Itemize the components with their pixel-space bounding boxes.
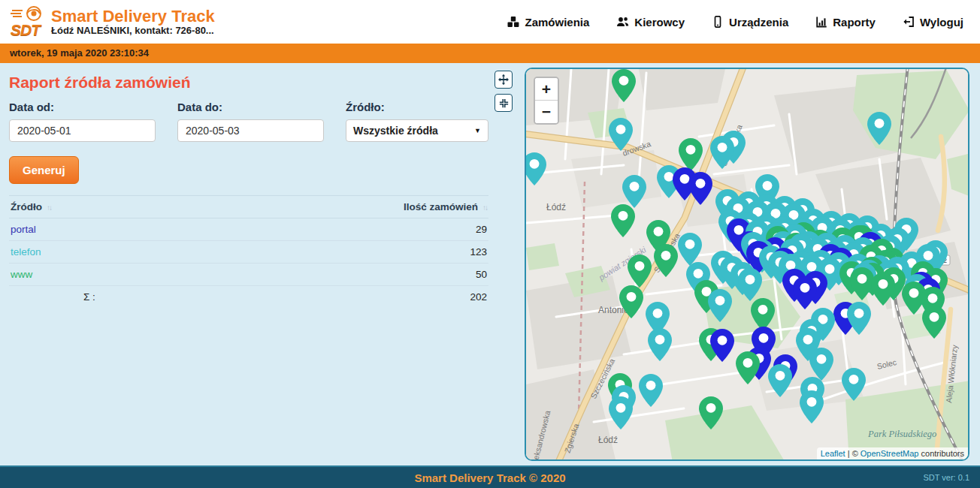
- order-count: 123: [170, 241, 488, 264]
- col-header-source[interactable]: Źródło↑↓: [9, 196, 170, 218]
- source-select[interactable]: Wszystkie źródła ▼: [346, 119, 488, 142]
- table-row: telefon123: [9, 241, 488, 264]
- nav-item-kierowcy[interactable]: Kierowcy: [616, 16, 685, 29]
- map-marker-portal[interactable]: [792, 276, 818, 310]
- footer-copyright: Smart Delivery Track © 2020: [0, 467, 980, 488]
- sum-row: Σ : 202: [9, 286, 488, 309]
- map-marker-portal[interactable]: [688, 171, 713, 206]
- source-link-telefon[interactable]: telefon: [11, 246, 41, 258]
- table-row: www50: [9, 264, 488, 286]
- generate-button[interactable]: Generuj: [9, 156, 79, 184]
- date-to-label: Data do:: [177, 101, 324, 113]
- brand: SDT Smart Delivery Track Łódź NALEŚNIKI,…: [11, 5, 215, 39]
- zoom-control: + −: [534, 77, 559, 125]
- map-marker-telefon[interactable]: [867, 111, 892, 146]
- map-marker-telefon[interactable]: [709, 135, 735, 170]
- osm-link[interactable]: OpenStreetMap: [861, 449, 919, 458]
- map-marker-telefon[interactable]: [767, 363, 793, 398]
- sort-icon: ↑↓: [482, 203, 487, 212]
- map-marker-telefon[interactable]: [846, 301, 872, 336]
- map-marker-telefon[interactable]: [638, 373, 664, 408]
- nav-item-urzadzenia[interactable]: Urządzenia: [712, 16, 788, 29]
- order-count: 29: [170, 218, 488, 241]
- chevron-down-icon: ▼: [474, 127, 481, 134]
- nav-item-label: Kierowcy: [634, 16, 685, 29]
- source-link-www[interactable]: www: [11, 269, 32, 280]
- map-marker-portal[interactable]: [709, 328, 735, 363]
- brand-subtitle: Łódź NALEŚNIKI, kontakt: 726-80...: [51, 26, 215, 37]
- chart-icon: [815, 16, 827, 28]
- map-marker-telefon[interactable]: [799, 390, 824, 424]
- footer: Smart Delivery Track © 2020 SDT ver: 0.1: [0, 465, 980, 488]
- sum-value: 202: [170, 286, 488, 309]
- nav-item-label: Wyloguj: [920, 16, 963, 29]
- map-marker-telefon[interactable]: [525, 152, 547, 186]
- map-marker-www[interactable]: [611, 68, 637, 103]
- map-marker-www[interactable]: [921, 305, 947, 339]
- map-marker-telefon[interactable]: [647, 327, 673, 362]
- table-row: portal29: [9, 218, 488, 241]
- datetime-bar: wtorek, 19 maja 2020 23:10:34: [0, 44, 980, 63]
- date-from-input[interactable]: [9, 119, 156, 142]
- marker-layer: [526, 69, 968, 459]
- expand-map-button[interactable]: [495, 71, 513, 89]
- map-marker-telefon[interactable]: [707, 288, 733, 323]
- map-marker-www[interactable]: [735, 351, 761, 385]
- main-nav: ZamówieniaKierowcyUrządzeniaRaportyWylog…: [507, 16, 969, 29]
- map-marker-www[interactable]: [870, 272, 896, 306]
- map-marker-telefon[interactable]: [608, 117, 634, 152]
- date-to-input[interactable]: [177, 119, 324, 142]
- footer-version: SDT ver: 0.1: [923, 467, 969, 488]
- map-marker-www[interactable]: [627, 254, 652, 288]
- source-link-portal[interactable]: portal: [11, 224, 36, 235]
- map-marker-www[interactable]: [610, 203, 636, 238]
- nav-item-label: Raporty: [833, 16, 876, 29]
- top-bar: SDT Smart Delivery Track Łódź NALEŚNIKI,…: [0, 0, 980, 44]
- sort-icon: ↑↓: [47, 203, 51, 212]
- brand-logo: SDT: [11, 5, 47, 39]
- sum-label: Σ :: [9, 286, 170, 309]
- map-marker-www[interactable]: [653, 243, 679, 278]
- leaflet-link[interactable]: Leaflet: [821, 449, 845, 458]
- nav-item-zamowienia[interactable]: Zamówienia: [507, 16, 589, 29]
- zoom-in-button[interactable]: +: [535, 78, 558, 101]
- source-label: Źródło:: [346, 101, 488, 113]
- nav-item-wyloguj[interactable]: Wyloguj: [903, 16, 963, 29]
- order-count: 50: [170, 264, 488, 286]
- cubes-icon: [507, 16, 519, 28]
- compress-map-button[interactable]: [495, 94, 513, 112]
- col-header-count[interactable]: Ilość zamówień↑↓: [170, 196, 488, 218]
- move-arrows-icon: [498, 74, 510, 86]
- map-marker-telefon[interactable]: [841, 367, 867, 402]
- zoom-out-button[interactable]: −: [535, 101, 558, 123]
- logo-text: SDT: [11, 21, 40, 39]
- map-marker-www[interactable]: [619, 285, 644, 319]
- map-attribution: Leaflet | © OpenStreetMap contributors: [817, 447, 968, 459]
- report-panel: Raport źródła zamówień Data od: Data do:…: [9, 68, 488, 308]
- map-panel[interactable]: 72 ŁódźAntoniewŁódźdrowskaSzczecińskaSzc…: [525, 68, 969, 461]
- users-icon: [616, 16, 629, 28]
- mobile-icon: [712, 16, 724, 28]
- brand-title: Smart Delivery Track: [51, 7, 215, 26]
- sources-table: Źródło↑↓ Ilość zamówień↑↓ portal29telefo…: [9, 195, 488, 308]
- source-select-value: Wszystkie źródła: [353, 125, 438, 137]
- nav-item-label: Urządzenia: [729, 16, 788, 29]
- nav-item-label: Zamówienia: [525, 16, 589, 29]
- page-title: Raport źródła zamówień: [9, 74, 488, 92]
- compress-arrows-icon: [498, 98, 510, 109]
- nav-item-raporty[interactable]: Raporty: [815, 16, 876, 29]
- logout-icon: [903, 16, 915, 28]
- map-marker-telefon[interactable]: [608, 396, 634, 430]
- date-from-label: Data od:: [9, 101, 156, 113]
- map-marker-www[interactable]: [698, 396, 724, 430]
